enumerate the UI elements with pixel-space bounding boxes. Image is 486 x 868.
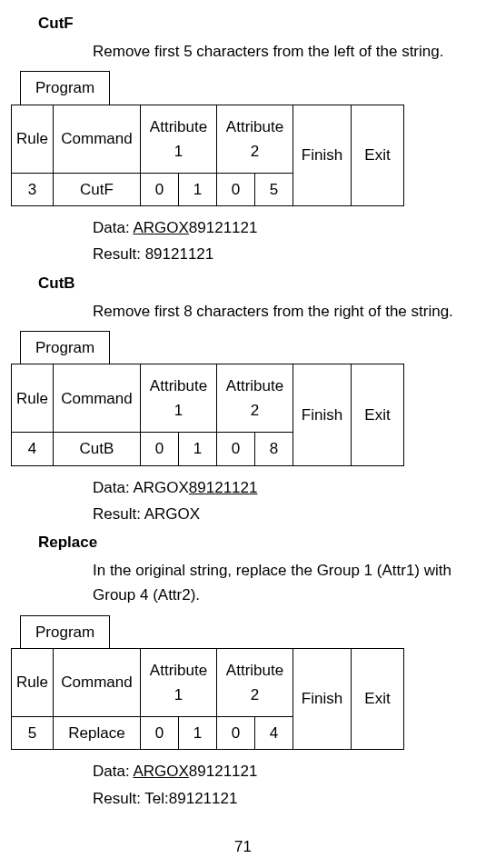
cell-a1a: 0 xyxy=(141,717,179,750)
header-attr1: Attribute 1 xyxy=(141,364,217,433)
header-finish: Finish xyxy=(293,648,352,750)
header-finish: Finish xyxy=(293,105,352,206)
header-exit: Exit xyxy=(352,648,404,750)
cell-a2a: 0 xyxy=(217,717,255,750)
data-cutf: Data: ARGOX89121121 xyxy=(93,215,468,240)
result-cutf: Result: 89121121 xyxy=(93,242,468,266)
program-tab: Program xyxy=(20,71,110,104)
section-title-replace: Replace xyxy=(38,530,468,554)
section-title-cutf: CutF xyxy=(38,11,468,35)
program-tab: Program xyxy=(20,331,110,364)
program-table: Rule Command Attribute 1 Attribute 2 Fin… xyxy=(11,364,404,466)
table-cutb: Program Rule Command Attribute 1 Attribu… xyxy=(11,331,468,466)
header-rule: Rule xyxy=(12,648,54,716)
header-exit: Exit xyxy=(352,364,404,466)
cell-a2b: 4 xyxy=(255,717,293,750)
section-desc-cutf: Remove first 5 characters from the left … xyxy=(93,39,459,64)
cell-a2a: 0 xyxy=(217,433,255,465)
table-cutf: Program Rule Command Attribute 1 Attribu… xyxy=(11,71,468,206)
section-desc-cutb: Remove first 8 characters from the right… xyxy=(93,299,459,324)
program-tab: Program xyxy=(20,615,110,648)
header-attr1: Attribute 1 xyxy=(141,105,217,173)
program-table: Rule Command Attribute 1 Attribute 2 Fin… xyxy=(11,105,404,207)
header-attr2: Attribute 2 xyxy=(217,364,293,433)
result-cutb: Result: ARGOX xyxy=(93,502,468,526)
cell-a1a: 0 xyxy=(141,173,179,205)
cell-a1b: 1 xyxy=(179,173,217,205)
cell-command: Replace xyxy=(54,717,141,750)
cell-a2a: 0 xyxy=(217,173,255,205)
cell-a2b: 5 xyxy=(255,173,293,205)
cell-a1a: 0 xyxy=(141,433,179,465)
header-rule: Rule xyxy=(12,364,54,433)
header-attr2: Attribute 2 xyxy=(217,105,293,173)
cell-rule: 3 xyxy=(12,173,54,205)
data-cutb: Data: ARGOX89121121 xyxy=(93,475,468,500)
cell-a1b: 1 xyxy=(179,433,217,465)
table-replace: Program Rule Command Attribute 1 Attribu… xyxy=(11,615,468,751)
result-replace: Result: Tel:89121121 xyxy=(93,786,468,811)
page-number: 71 xyxy=(0,834,486,859)
program-table: Rule Command Attribute 1 Attribute 2 Fin… xyxy=(11,648,404,751)
header-command: Command xyxy=(54,105,141,173)
header-command: Command xyxy=(54,364,141,433)
cell-rule: 5 xyxy=(12,717,54,750)
header-command: Command xyxy=(54,648,141,716)
header-rule: Rule xyxy=(12,105,54,173)
cell-rule: 4 xyxy=(12,433,54,465)
header-attr2: Attribute 2 xyxy=(217,648,293,716)
section-desc-replace: In the original string, replace the Grou… xyxy=(93,558,459,607)
header-finish: Finish xyxy=(293,364,352,466)
cell-command: CutF xyxy=(54,173,141,205)
cell-a1b: 1 xyxy=(179,717,217,750)
header-attr1: Attribute 1 xyxy=(141,648,217,716)
cell-command: CutB xyxy=(54,433,141,465)
data-replace: Data: ARGOX89121121 xyxy=(93,759,468,783)
section-title-cutb: CutB xyxy=(38,271,468,295)
cell-a2b: 8 xyxy=(255,433,293,465)
header-exit: Exit xyxy=(352,105,404,206)
